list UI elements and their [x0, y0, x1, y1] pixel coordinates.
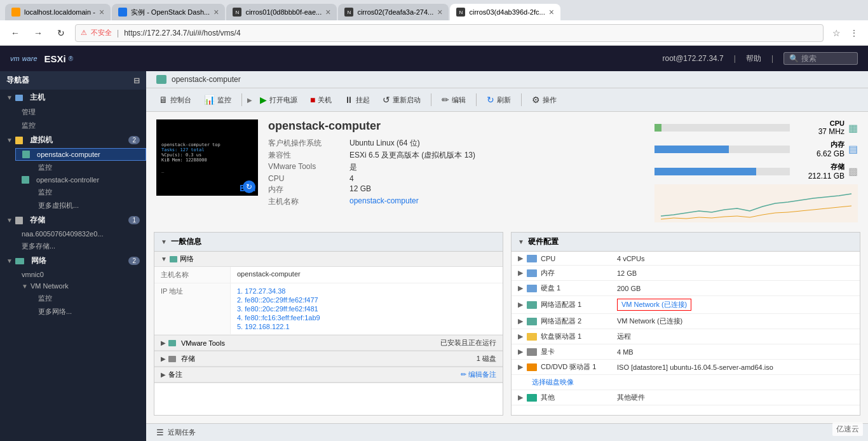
- naa-label: naa.60050760409832e0...: [22, 230, 103, 238]
- sidebar-item-computer-monitor[interactable]: 监控: [15, 161, 146, 174]
- hw-net1-expand[interactable]: ▶: [518, 301, 527, 309]
- content-header: openstack-computer: [146, 71, 868, 88]
- monitor-icon: 📊: [204, 95, 215, 105]
- tab-close-2[interactable]: ×: [214, 7, 219, 17]
- edit-notes-link[interactable]: ✏ 编辑备注: [461, 370, 496, 379]
- suspend-button[interactable]: ⏸ 挂起: [339, 92, 375, 107]
- refresh-button[interactable]: ↻ 刷新: [482, 92, 516, 107]
- monitor-button[interactable]: 📊 监控: [199, 92, 236, 107]
- sidebar-item-more-network[interactable]: 更多网络...: [15, 305, 146, 318]
- sidebar-item-manage[interactable]: 管理: [15, 105, 146, 119]
- tab-close-5[interactable]: ×: [549, 7, 554, 17]
- vmware-tools-header[interactable]: ▶ VMware Tools 已安装且正在运行: [154, 336, 503, 351]
- cpu-stat-value: 37 MHz: [818, 127, 844, 136]
- vm-screenshot[interactable]: openstack-computer top Tasks: 127 total …: [156, 119, 258, 196]
- hw-disk-select-value[interactable]: 选择磁盘映像: [532, 377, 853, 387]
- power-off-button[interactable]: ■ 关机: [305, 92, 337, 107]
- storage-folder-icon: [15, 217, 23, 224]
- sidebar-item-openstack-controller[interactable]: openstack-controller: [15, 174, 146, 186]
- sidebar-item-host-monitor[interactable]: 监控: [15, 119, 146, 132]
- tab-close-3[interactable]: ×: [325, 7, 330, 17]
- sidebar-item-openstack-computer[interactable]: openstack-computer: [15, 148, 146, 161]
- tab-1[interactable]: localhost.localdomain - ×: [5, 4, 111, 20]
- console-button[interactable]: 🖥 控制台: [154, 92, 196, 107]
- sidebar-item-vmnic0[interactable]: vmnic0: [15, 269, 146, 280]
- hw-floppy-expand[interactable]: ▶: [518, 332, 527, 341]
- refresh-button[interactable]: ↻: [52, 24, 70, 42]
- hw-cdrom-icon: [527, 363, 537, 371]
- sidebar-section-network[interactable]: ▼ 网络 2: [0, 253, 146, 269]
- hw-net2-expand[interactable]: ▶: [518, 317, 527, 325]
- restart-button[interactable]: ↺ 重新启动: [377, 92, 426, 107]
- sidebar-section-storage[interactable]: ▼ 存储 1: [0, 212, 146, 228]
- controller-monitor-label: 监控: [38, 187, 52, 197]
- sidebar-item-more-vms[interactable]: 更多虚拟机...: [15, 199, 146, 212]
- forward-button[interactable]: →: [29, 24, 47, 42]
- browser-actions: ☆ ⋮: [829, 25, 862, 41]
- search-input[interactable]: [801, 54, 852, 63]
- hw-video-expand[interactable]: ▶: [518, 348, 527, 356]
- tab-5[interactable]: N cirros03(d4ab396d-2fc... ×: [450, 4, 560, 20]
- vmnic0-label: vmnic0: [22, 271, 44, 278]
- network-collapse[interactable]: ▼: [161, 255, 167, 262]
- tab-4[interactable]: N cirros02(7deafa3a-274... ×: [338, 4, 449, 20]
- header-search-container[interactable]: 🔍: [783, 52, 858, 65]
- sidebar-item-controller-monitor[interactable]: 监控: [15, 186, 146, 199]
- hardware-config-panel: ▼ 硬件配置 ▶ CPU 4 vCPUs ▶ 内存 12 GB: [511, 232, 860, 416]
- edit-button[interactable]: ✏ 编辑: [437, 92, 471, 107]
- sidebar-section-vms[interactable]: ▼ 虚拟机 2: [0, 132, 146, 148]
- sidebar-item-network-monitor[interactable]: 监控: [15, 292, 146, 305]
- hw-cpu-icon: [527, 255, 537, 262]
- tab-3[interactable]: N cirros01(0d8bbb0f-eae... ×: [226, 4, 337, 20]
- prop-label-compat: 兼容性: [268, 150, 344, 161]
- sidebar-item-more-storage[interactable]: 更多存储...: [15, 240, 146, 253]
- sidebar-collapse-icon[interactable]: ⊟: [133, 76, 140, 85]
- help-link[interactable]: 帮助: [746, 53, 761, 64]
- general-info-collapse[interactable]: ▼: [161, 238, 167, 245]
- hostname-row: 主机名称 openstack-computer: [154, 267, 503, 283]
- storage-badge: 1: [128, 216, 140, 224]
- storage-collapse[interactable]: ▶: [161, 355, 166, 362]
- actions-button[interactable]: ⚙ 操作: [527, 92, 562, 107]
- tab-close-4[interactable]: ×: [437, 7, 442, 17]
- tab-close-1[interactable]: ×: [99, 7, 104, 17]
- hw-cdrom-expand[interactable]: ▶: [518, 363, 527, 371]
- hw-disk-expand[interactable]: ▶: [518, 284, 527, 292]
- hw-other-expand[interactable]: ▶: [518, 393, 527, 402]
- net1-value-text[interactable]: VM Network (已连接): [617, 299, 691, 311]
- vmware-tools-collapse[interactable]: ▶: [161, 339, 166, 346]
- storage-section-header[interactable]: ▶ 存储 1 磁盘: [154, 351, 503, 367]
- hardware-collapse[interactable]: ▼: [518, 238, 524, 245]
- esxi-trademark: ®: [69, 55, 73, 62]
- toolbar-sep-4: [521, 93, 522, 106]
- computer-monitor-label: 监控: [38, 163, 52, 172]
- sidebar-item-vm-network[interactable]: ▼ VM Network: [15, 280, 146, 292]
- recent-tasks-label: 近期任务: [168, 428, 196, 437]
- hw-cpu-expand[interactable]: ▶: [518, 254, 527, 262]
- storage-section-title: 存储: [181, 354, 195, 363]
- tab-2[interactable]: 实例 - OpenStack Dash... ×: [112, 4, 225, 20]
- back-button[interactable]: ←: [6, 24, 24, 42]
- hostname-link[interactable]: openstack-computer: [237, 270, 301, 278]
- vms-subitems: openstack-computer 监控 openstack-controll…: [0, 148, 146, 212]
- vmware-header: vmware ESXi® root@172.27.34.7 | 帮助 | 🔍: [0, 46, 868, 71]
- prop-label-cpu: CPU: [268, 174, 344, 183]
- bookmark-icon[interactable]: ☆: [829, 25, 844, 41]
- sidebar-item-naa[interactable]: naa.60050760409832e0...: [15, 228, 146, 240]
- actions-icon: ⚙: [532, 95, 540, 105]
- prop-value-hostname[interactable]: openstack-computer: [349, 196, 644, 207]
- notes-section-header[interactable]: ▶ 备注 ✏ 编辑备注: [154, 367, 503, 383]
- network-section-header[interactable]: ▼ 网络: [154, 252, 503, 267]
- toolbar-triangle: ▶: [247, 97, 252, 104]
- sidebar: 导航器 ⊟ ▼ 主机 管理 监控 ▼ 虚拟机 2 openstack-compu…: [0, 71, 146, 441]
- network-section: ▼ 网络 主机名称 openstack-computer IP 地址 1. 17: [154, 252, 503, 336]
- vm-refresh-circle[interactable]: ↻: [243, 180, 255, 193]
- restart-label: 重新启动: [393, 95, 421, 105]
- url-bar[interactable]: ⚠ 不安全 | https://172.27.34.7/ui/#/host/vm…: [75, 24, 824, 42]
- notes-collapse[interactable]: ▶: [161, 371, 166, 378]
- hw-mem-expand[interactable]: ▶: [518, 269, 527, 277]
- hw-other-icon: [527, 394, 537, 402]
- sidebar-section-host[interactable]: ▼ 主机: [0, 90, 146, 105]
- menu-icon[interactable]: ⋮: [846, 25, 862, 41]
- power-on-button[interactable]: ▶ 打开电源: [255, 92, 302, 107]
